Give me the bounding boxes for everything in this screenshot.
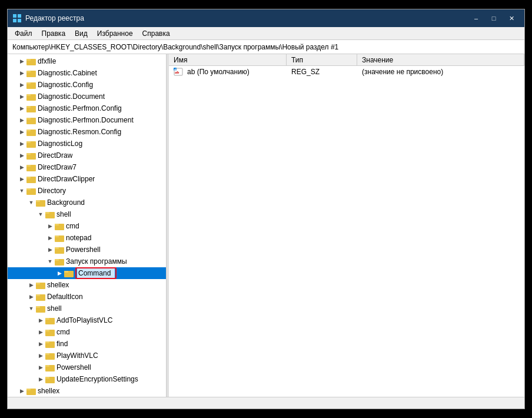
tree-label-diag-perfmon: Diagnostic.Perfmon.Config [38, 104, 122, 112]
tree-item-cmd[interactable]: ▶ cmd [8, 220, 166, 232]
expand-arrow-background: ▼ [26, 197, 36, 208]
svg-rect-49 [45, 318, 49, 320]
folder-icon-diag-config [26, 80, 36, 89]
tree-label-cmd2: cmd [56, 328, 70, 336]
expand-arrow-shell-bg: ▼ [36, 208, 45, 220]
menu-edit[interactable]: Правка [37, 28, 71, 39]
folder-icon-shell-dir [36, 304, 45, 313]
col-header-value[interactable]: Значение [357, 54, 524, 65]
tree-label-dfxfile: dfxfile [38, 57, 56, 65]
col-header-name[interactable]: Имя [169, 54, 287, 65]
tree-item-updateenc[interactable]: ▶ UpdateEncryptionSettings [8, 373, 166, 385]
tree-item-dfxfile[interactable]: ▶ dfxfile [8, 55, 166, 67]
tree-label-diag-document: Diagnostic.Document [38, 92, 105, 101]
expand-arrow-diag-perfmon-doc: ▶ [17, 114, 26, 126]
svg-rect-1 [18, 14, 21, 18]
tree-label-updateenc: UpdateEncryptionSettings [56, 375, 138, 383]
folder-icon-diag-perfmon [26, 104, 36, 113]
tree-item-diag-config[interactable]: ▶ Diagnostic.Config [8, 79, 166, 91]
menu-favorites[interactable]: Избранное [92, 28, 138, 39]
minimize-button[interactable]: – [468, 12, 484, 25]
svg-rect-3 [18, 19, 21, 22]
expand-arrow-shellex-bg: ▶ [26, 279, 36, 291]
expand-arrow-dfxfile: ▶ [17, 55, 26, 67]
tree-item-powershell[interactable]: ▶ Powershell [8, 244, 166, 256]
tree-label-shellex2: shellex [38, 387, 59, 395]
rename-input-command[interactable] [77, 268, 115, 278]
tree-item-diag-perfmon-doc[interactable]: ▶ Diagnostic.Perfmon.Document [8, 114, 166, 126]
address-bar: Компьютер\HKEY_CLASSES_ROOT\Directory\Ba… [8, 40, 524, 54]
tree-label-zapusk: Запуск программы [66, 257, 127, 266]
tree-item-playwithvlc[interactable]: ▶ PlayWithVLC [8, 350, 166, 361]
expand-arrow-cmd: ▶ [45, 220, 55, 232]
tree-item-background[interactable]: ▼ Background [8, 197, 166, 208]
folder-icon-playwithvlc [45, 351, 55, 360]
tree-item-notepad[interactable]: ▶ notepad [8, 232, 166, 244]
tree-label-directdrawclipper: DirectDrawClipper [38, 175, 95, 183]
folder-icon-addtoplaylvlc [45, 316, 55, 325]
tree-item-directdrawclipper[interactable]: ▶ DirectDrawClipper [8, 173, 166, 185]
tree-item-diag-document[interactable]: ▶ Diagnostic.Document [8, 91, 166, 102]
expand-arrow-zapusk: ▼ [45, 256, 55, 267]
tree-item-defaulticon[interactable]: ▶ DefaultIcon [8, 291, 166, 303]
folder-icon-background [36, 198, 45, 207]
svg-rect-29 [36, 200, 40, 202]
app-icon [12, 14, 22, 23]
tree-item-zapusk[interactable]: ▼ Запуск программы [8, 256, 166, 267]
tree-label-defaulticon: DefaultIcon [47, 293, 83, 301]
tree-item-addtoplaylvlc[interactable]: ▶ AddToPlaylistVLC [8, 314, 166, 326]
svg-rect-43 [36, 283, 40, 284]
tree-label-directdraw: DirectDraw [38, 151, 72, 160]
svg-rect-19 [26, 141, 31, 143]
tree-label-powershell2: Powershell [56, 363, 91, 371]
col-header-type[interactable]: Тип [287, 54, 357, 65]
tree-item-shellex2[interactable]: ▶ shellex [8, 385, 166, 397]
tree-item-powershell2[interactable]: ▶ Powershell [8, 361, 166, 373]
maximize-button[interactable]: □ [486, 12, 502, 25]
folder-icon-dfxfile [26, 57, 36, 66]
tree-label-shell-bg: shell [56, 210, 71, 218]
close-button[interactable]: ✕ [503, 12, 520, 25]
tree-item-command[interactable]: ▶ [8, 267, 166, 279]
expand-arrow-diag-perfmon: ▶ [17, 102, 26, 114]
folder-icon-directdraw7 [26, 162, 36, 172]
detail-cell-name: ab ab ab (По умолчанию) [169, 67, 287, 77]
tree-label-shellex-bg: shellex [47, 281, 69, 289]
svg-rect-27 [26, 188, 31, 190]
reg-sz-icon: ab ab [174, 67, 183, 77]
menu-file[interactable]: Файл [10, 28, 37, 39]
folder-icon-shellex-bg [36, 280, 45, 290]
tree-item-shell-dir[interactable]: ▼ shell [8, 303, 166, 314]
tree-item-shell-bg[interactable]: ▼ shell [8, 208, 166, 220]
svg-rect-7 [26, 71, 31, 72]
status-bar [8, 397, 524, 409]
expand-arrow-diag-resmon: ▶ [17, 126, 26, 138]
expand-arrow-defaulticon: ▶ [26, 291, 36, 303]
tree-item-diag-cabinet[interactable]: ▶ Diagnostic.Cabinet [8, 67, 166, 79]
folder-icon-diag-document [26, 92, 36, 101]
detail-cell-value: (значение не присвоено) [357, 67, 524, 77]
tree-pane[interactable]: ▶ dfxfile ▶ Diagnostic.Cabinet ▶ Diagnos… [8, 54, 167, 397]
tree-item-diag-perfmon[interactable]: ▶ Diagnostic.Perfmon.Config [8, 102, 166, 114]
tree-item-directdraw7[interactable]: ▶ DirectDraw7 [8, 161, 166, 173]
svg-rect-31 [45, 212, 49, 214]
tree-item-shellex-bg[interactable]: ▶ shellex [8, 279, 166, 291]
folder-icon-shellex2 [26, 386, 36, 396]
tree-item-find[interactable]: ▶ find [8, 338, 166, 350]
tree-label-directory: Directory [38, 187, 66, 195]
expand-arrow-powershell: ▶ [45, 244, 55, 256]
menu-help[interactable]: Справка [138, 28, 175, 39]
tree-item-diag-resmon[interactable]: ▶ Diagnostic.Resmon.Config [8, 126, 166, 138]
svg-rect-37 [55, 247, 59, 249]
tree-item-directdraw[interactable]: ▶ DirectDraw [8, 150, 166, 161]
tree-item-directory[interactable]: ▼ Directory [8, 185, 166, 197]
folder-icon-defaulticon [36, 292, 45, 301]
menu-view[interactable]: Вид [70, 28, 92, 39]
folder-icon-command [64, 268, 74, 278]
folder-icon-diaglog [26, 139, 36, 148]
detail-header: Имя Тип Значение [169, 54, 524, 66]
tree-label-diag-cabinet: Diagnostic.Cabinet [38, 69, 97, 77]
detail-row-default[interactable]: ab ab ab (По умолчанию) REG_SZ (значение… [169, 66, 524, 78]
tree-item-cmd2[interactable]: ▶ cmd [8, 326, 166, 338]
tree-item-diaglog[interactable]: ▶ DiagnosticLog [8, 138, 166, 150]
